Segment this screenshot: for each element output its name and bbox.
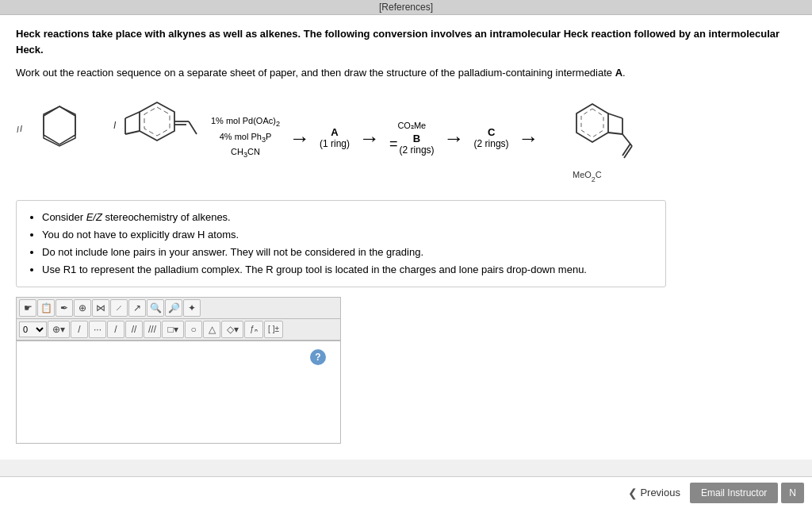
hint-item-1: Consider E/Z stereochemistry of alkenes. xyxy=(42,209,654,226)
svg-line-21 xyxy=(125,131,140,134)
step-a: A (1 ring) xyxy=(320,126,350,149)
svg-line-28 xyxy=(608,114,622,118)
tool-copy-btn[interactable]: 📋 xyxy=(37,299,55,317)
next-label: N xyxy=(789,487,796,498)
references-bar: [References] xyxy=(0,0,812,15)
work-text-content: Work out the reaction sequence on a sepa… xyxy=(16,67,612,79)
svg-text:I: I xyxy=(17,125,19,134)
svg-text:I: I xyxy=(113,120,117,131)
references-label: [References] xyxy=(379,2,433,13)
cond-line1: 1% mol Pd(OAc)2 xyxy=(211,114,280,130)
double-arrow: = xyxy=(389,136,396,152)
svg-marker-0 xyxy=(44,106,75,146)
tool-zoom-out-btn[interactable]: 🔎 xyxy=(165,299,182,317)
tool-template-btn[interactable]: ✦ xyxy=(183,299,201,317)
help-button[interactable]: ? xyxy=(310,349,326,365)
tool-arrow-btn[interactable]: ↗ xyxy=(128,299,146,317)
draw-canvas[interactable]: ? xyxy=(16,341,341,444)
svg-line-30 xyxy=(608,133,622,134)
step-b-rings: (2 rings) xyxy=(400,144,435,156)
intermediate-label: A xyxy=(615,67,622,79)
tool-bond-btn[interactable]: ⋈ xyxy=(92,299,109,317)
drawing-tool-area: ☛ 📋 ✒ ⊕ ⋈ ⟋ ↗ 🔍 🔎 ✦ 0 +1 -1 ⊕▾ / ··· xyxy=(16,297,796,444)
tool-circle-btn[interactable]: ○ xyxy=(185,321,202,338)
tool-double-slash-btn[interactable]: // xyxy=(125,321,143,338)
tool-shapes2-btn[interactable]: ◇▾ xyxy=(221,321,243,338)
step-b: B (2 rings) xyxy=(400,133,435,156)
tool-dotted-btn[interactable]: ··· xyxy=(89,321,106,338)
starting-molecule-svg: I I xyxy=(16,94,103,182)
tool-shapes-btn[interactable]: □▾ xyxy=(162,321,184,338)
step-b-block: CO₂Me = B (2 rings) xyxy=(389,121,435,156)
cond-line3: CH3CN xyxy=(231,145,260,161)
tool-triangle-btn[interactable]: △ xyxy=(203,321,220,338)
step-a-letter: A xyxy=(331,126,338,138)
tool-bracket-btn[interactable]: [ ]± xyxy=(264,321,283,338)
arrow4: → xyxy=(519,128,539,148)
hints-list: Consider E/Z stereochemistry of alkenes.… xyxy=(28,209,654,279)
tool-ring-btn[interactable]: ⊕ xyxy=(74,299,91,317)
step-c: C (2 rings) xyxy=(474,126,509,149)
step-c-rings: (2 rings) xyxy=(474,138,509,149)
arrow1: → xyxy=(289,128,310,148)
product-molecule: MeO2C xyxy=(549,94,636,182)
bottom-nav: ❮ Previous Email Instructor N xyxy=(0,476,812,508)
hints-box: Consider E/Z stereochemistry of alkenes.… xyxy=(16,200,666,287)
main-content: Heck reactions take place with alkynes a… xyxy=(0,15,812,460)
svg-line-19 xyxy=(125,112,140,118)
toolbar-container: ☛ 📋 ✒ ⊕ ⋈ ⟋ ↗ 🔍 🔎 ✦ 0 +1 -1 ⊕▾ / ··· xyxy=(16,297,341,341)
tool-chain-btn[interactable]: ⟋ xyxy=(110,299,128,317)
svg-marker-27 xyxy=(581,109,603,137)
tool-triple-slash-btn[interactable]: /// xyxy=(144,321,161,338)
email-instructor-button[interactable]: Email Instructor xyxy=(690,483,778,503)
step-c-letter: C xyxy=(488,126,495,138)
svg-line-23 xyxy=(189,121,197,134)
next-button[interactable]: N xyxy=(781,483,804,503)
tool-slash-btn[interactable]: / xyxy=(107,321,124,338)
toolbar-row2: 0 +1 -1 ⊕▾ / ··· / // /// □▾ ○ △ ◇▾ ƒₙ [… xyxy=(17,319,340,341)
email-label: Email Instructor xyxy=(701,487,767,498)
toolbar-row1: ☛ 📋 ✒ ⊕ ⋈ ⟋ ↗ 🔍 🔎 ✦ xyxy=(17,298,340,319)
intro-paragraph: Heck reactions take place with alkynes a… xyxy=(16,26,796,57)
tool-fn-btn[interactable]: ƒₙ xyxy=(244,321,263,338)
hint-item-4: Use R1 to represent the palladium comple… xyxy=(42,261,654,279)
step-a-rings: (1 ring) xyxy=(320,138,350,149)
step-b-letter: B xyxy=(413,133,420,144)
work-paragraph: Work out the reaction sequence on a sepa… xyxy=(16,65,796,81)
arrow3: → xyxy=(444,128,465,148)
svg-text:I: I xyxy=(20,124,22,133)
reaction-conditions: 1% mol Pd(OAc)2 4% mol Ph3P CH3CN xyxy=(211,114,280,162)
reaction-diagram: I I xyxy=(16,90,796,186)
hint-item-2: You do not have to explicitly draw H ato… xyxy=(42,226,654,244)
previous-button[interactable]: ❮ Previous xyxy=(622,483,687,502)
tool-line-btn[interactable]: / xyxy=(71,321,88,338)
tool-select-btn[interactable]: ☛ xyxy=(19,299,36,317)
tool-draw-btn[interactable]: ✒ xyxy=(56,299,73,317)
reactant-molecule: I xyxy=(109,90,205,186)
arrow2: → xyxy=(359,128,380,148)
svg-text:MeO2C: MeO2C xyxy=(573,170,602,182)
svg-marker-18 xyxy=(144,107,170,136)
intro-bold-text: Heck reactions take place with alkynes a… xyxy=(16,28,779,56)
tool-plus-btn[interactable]: ⊕▾ xyxy=(48,321,70,338)
charge-select[interactable]: 0 +1 -1 xyxy=(19,321,47,337)
hint-item-3: Do not include lone pairs in your answer… xyxy=(42,244,654,261)
help-icon: ? xyxy=(315,352,320,363)
previous-label: Previous xyxy=(640,487,680,498)
co2me-label: CO₂Me xyxy=(397,121,426,131)
svg-marker-17 xyxy=(140,102,174,140)
tool-zoom-in-btn[interactable]: 🔍 xyxy=(147,299,164,317)
previous-chevron-icon: ❮ xyxy=(628,487,638,499)
cond-line2: 4% mol Ph3P xyxy=(220,130,272,146)
product-block: MeO2C xyxy=(549,94,636,182)
